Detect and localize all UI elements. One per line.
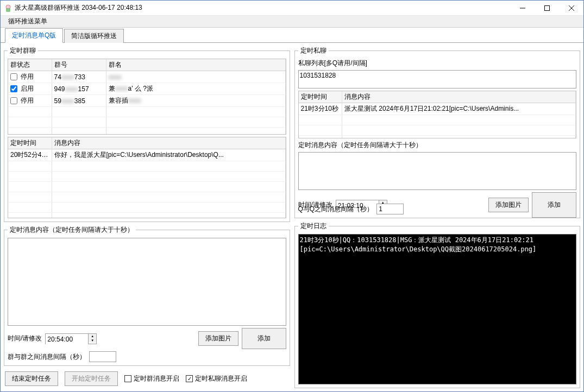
private-msg-label: 定时消息内容（定时任务间隔请大于十秒） (298, 141, 577, 150)
col-name: 群名 (106, 59, 285, 71)
menu-loop-push[interactable]: 循环推送菜单 (5, 16, 51, 27)
tab-simple-loop[interactable]: 简洁版循环推送 (64, 29, 124, 43)
group-time-row: 时间/请修改 ▲▼ 添加图片 添加 (8, 328, 286, 349)
private-add-button[interactable]: 添加 (532, 192, 576, 218)
spin-up-icon[interactable]: ▲ (89, 334, 96, 338)
group-msg-panel: 定时消息内容（定时任务间隔请大于十秒） 时间/请修改 ▲▼ 添加图片 添加 群与… (4, 225, 290, 366)
private-list-label: 私聊列表[多Q请用/间隔] (298, 59, 577, 68)
checkbox-icon (124, 375, 131, 382)
checkbox-icon: ✓ (186, 375, 193, 382)
spin-down-icon[interactable]: ▼ (89, 338, 96, 343)
group-on-label: 定时群消息开启 (134, 374, 179, 383)
table-row[interactable]: 20时52分48秒你好，我是派大星[pic=C:\Users\Administr… (8, 149, 285, 161)
svg-rect-3 (544, 5, 549, 10)
minimize-button[interactable] (510, 1, 535, 16)
bottom-controls: 结束定时任务 开始定时任务 定时群消息开启 ✓ 定时私聊消息开启 (4, 369, 290, 388)
group-add-pic-button[interactable]: 添加图片 (198, 331, 238, 346)
app-icon (4, 4, 12, 12)
group-msg-textarea[interactable] (8, 238, 286, 326)
table-row[interactable]: 停用59xxxx385兼容插xxxx (8, 95, 285, 107)
private-schedule-table[interactable]: 定时时间 消息内容 21时3分10秒派大星测试 2024年6月17日21:02:… (298, 91, 577, 138)
private-msg-textarea[interactable] (298, 152, 577, 190)
window-controls (510, 1, 583, 16)
group-schedule-table[interactable]: 定时时间 消息内容 20时52分48秒你好，我是派大星[pic=C:\Users… (8, 137, 286, 218)
col-time: 定时时间 (8, 137, 52, 149)
main-window: 派大星高级群循环推送 2034-06-17 20:48:13 循环推送菜单 定时… (0, 0, 584, 392)
group-chat-panel: 定时群聊 群状态 群号 群名 停用74xxxx733xxxx 启用949xxxx… (4, 46, 290, 222)
col-msg: 消息内容 (342, 91, 576, 103)
table-row[interactable]: 21时3分10秒派大星测试 2024年6月17日21:02:21[pic=C:\… (299, 103, 576, 115)
log-legend: 定时日志 (298, 222, 329, 231)
row-checkbox[interactable] (10, 73, 17, 80)
window-title: 派大星高级群循环推送 2034-06-17 20:48:13 (15, 3, 510, 12)
group-gap-row: 群与群之间消息间隔（秒） (8, 351, 286, 362)
right-column: 定时私聊 私聊列表[多Q请用/间隔] 定时时间 消息内容 21时3分10秒派大星… (294, 46, 581, 388)
group-add-button[interactable]: 添加 (242, 328, 286, 349)
group-msg-legend: 定时消息内容（定时任务间隔请大于十秒） (8, 225, 136, 235)
private-chat-panel: 定时私聊 私聊列表[多Q请用/间隔] 定时时间 消息内容 21时3分10秒派大星… (294, 46, 581, 218)
table-row[interactable]: 停用74xxxx733xxxx (8, 71, 285, 83)
log-panel: 定时日志 21时3分10秒|QQ：1031531828|MSG：派大星测试 20… (294, 222, 581, 388)
group-time-input[interactable] (46, 334, 88, 345)
table-row[interactable]: 启用949xxxx157兼xxxxa' 么 ?派 (8, 83, 285, 95)
private-add-pic-button[interactable]: 添加图片 (488, 198, 529, 212)
end-task-button[interactable]: 结束定时任务 (5, 371, 58, 386)
group-gap-input[interactable] (89, 351, 116, 362)
log-console[interactable]: 21时3分10秒|QQ：1031531828|MSG：派大星测试 2024年6月… (298, 234, 577, 384)
svg-rect-1 (7, 9, 10, 11)
private-gap-input[interactable] (376, 204, 404, 214)
tabbar: 定时消息单Q版 简洁版循环推送 (1, 29, 583, 43)
row-checkbox[interactable] (10, 97, 17, 104)
private-chat-legend: 定时私聊 (298, 46, 329, 55)
titlebar: 派大星高级群循环推送 2034-06-17 20:48:13 (1, 1, 583, 16)
group-gap-label: 群与群之间消息间隔（秒） (8, 352, 86, 362)
col-time: 定时时间 (299, 91, 342, 103)
group-on-checkbox[interactable]: 定时群消息开启 (124, 374, 179, 383)
private-on-label: 定时私聊消息开启 (195, 374, 247, 383)
private-gap-label: Q与Q之间消息间隔（秒） (298, 205, 374, 214)
row-checkbox[interactable] (10, 85, 17, 92)
group-time-spinbox[interactable]: ▲▼ (45, 333, 97, 344)
content-area: 定时群聊 群状态 群号 群名 停用74xxxx733xxxx 启用949xxxx… (1, 43, 583, 391)
group-chat-legend: 定时群聊 (8, 46, 38, 55)
private-on-checkbox[interactable]: ✓ 定时私聊消息开启 (186, 374, 247, 383)
tab-timed-single-q[interactable]: 定时消息单Q版 (5, 28, 63, 43)
private-list-textarea[interactable] (298, 70, 577, 88)
group-table[interactable]: 群状态 群号 群名 停用74xxxx733xxxx 启用949xxxx157兼x… (8, 59, 286, 135)
col-status: 群状态 (8, 59, 52, 71)
col-msg: 消息内容 (52, 137, 285, 149)
maximize-button[interactable] (535, 1, 559, 16)
menubar: 循环推送菜单 (1, 16, 583, 28)
private-gap-row: Q与Q之间消息间隔（秒） (298, 204, 466, 214)
close-button[interactable] (559, 1, 583, 16)
group-time-label: 时间/请修改 (8, 334, 42, 343)
left-column: 定时群聊 群状态 群号 群名 停用74xxxx733xxxx 启用949xxxx… (4, 46, 290, 388)
col-id: 群号 (52, 59, 106, 71)
start-task-button[interactable]: 开始定时任务 (65, 371, 118, 386)
